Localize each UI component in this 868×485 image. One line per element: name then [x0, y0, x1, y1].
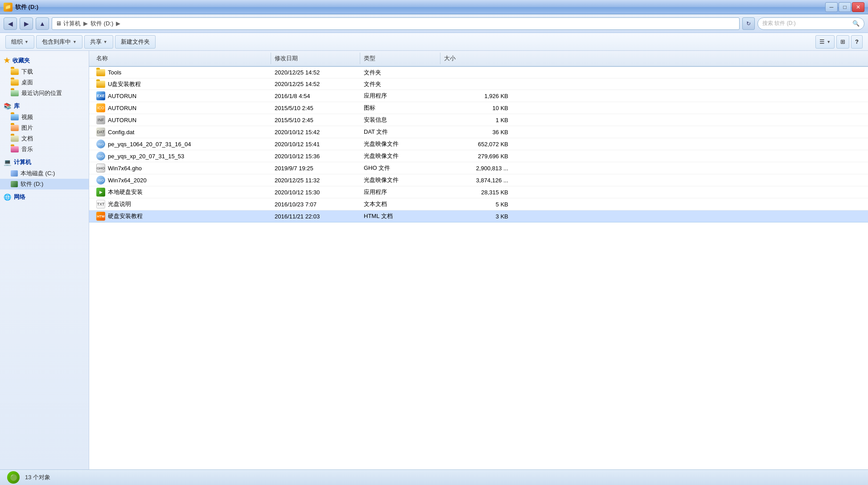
title-bar: 📁 软件 (D:) ─ □ ✕ [0, 0, 868, 14]
minimize-button[interactable]: ─ [825, 2, 838, 12]
back-button[interactable]: ◀ [4, 17, 17, 30]
file-size-cell: 28,315 KB [440, 188, 512, 197]
file-size: 28,315 KB [481, 189, 508, 196]
col-header-modified[interactable]: 修改日期 [271, 53, 360, 64]
organize-button[interactable]: 组织 ▼ [5, 35, 34, 49]
forward-button[interactable]: ▶ [20, 17, 33, 30]
file-type: 光盘映像文件 [364, 140, 399, 148]
file-modified-cell: 2016/1/8 4:54 [271, 91, 360, 101]
file-size: 652,072 KB [478, 141, 508, 148]
file-list-header: 名称 修改日期 类型 大小 [89, 51, 868, 67]
share-label: 共享 [90, 38, 102, 46]
table-row[interactable]: Tools 2020/12/25 14:52 文件夹 [89, 67, 868, 78]
file-size-cell: 36 KB [440, 127, 512, 137]
file-name-cell: ICO AUTORUN [93, 102, 271, 114]
sidebar-item-downloads[interactable]: 下载 [0, 66, 89, 77]
address-bar: ◀ ▶ ▲ 🖥 计算机 ▶ 软件 (D:) ▶ ↻ 搜索 软件 (D:) 🔍 [0, 14, 868, 33]
sidebar-item-drive-d[interactable]: 软件 (D:) [0, 179, 89, 189]
iso-icon: ISO [96, 140, 105, 148]
view-options-button[interactable]: ☰ ▼ [815, 35, 835, 49]
table-row[interactable]: TXT 光盘说明 2016/10/23 7:07 文本文档 5 KB [89, 198, 868, 210]
txt-icon: TXT [96, 200, 105, 209]
file-size-cell: 652,072 KB [440, 140, 512, 149]
sidebar-library-header[interactable]: 📚 库 [0, 100, 89, 112]
file-size: 2,900,813 ... [476, 165, 508, 172]
file-type-cell: 应用程序 [360, 187, 440, 197]
file-type: 应用程序 [364, 92, 387, 100]
document-folder-icon [11, 136, 19, 142]
table-row[interactable]: GHO Win7x64.gho 2019/9/7 19:25 GHO 文件 2,… [89, 162, 868, 174]
recent-label: 最近访问的位置 [21, 89, 62, 97]
close-button[interactable]: ✕ [852, 2, 864, 12]
share-dropdown-arrow: ▼ [103, 40, 107, 44]
search-placeholder: 搜索 软件 (D:) [762, 20, 796, 27]
view-dropdown-arrow: ▼ [827, 40, 831, 44]
path-part-computer[interactable]: 计算机 [63, 20, 81, 28]
search-box[interactable]: 搜索 软件 (D:) 🔍 [757, 17, 864, 30]
sidebar-item-documents[interactable]: 文档 [0, 133, 89, 144]
table-row[interactable]: HTM 硬盘安装教程 2016/11/21 22:03 HTML 文档 3 KB [89, 210, 868, 222]
library-dropdown-arrow: ▼ [73, 40, 77, 44]
file-type: 文件夹 [364, 69, 381, 77]
sidebar-network-header[interactable]: 🌐 网络 [0, 191, 89, 203]
sidebar-item-recent[interactable]: 最近访问的位置 [0, 88, 89, 99]
table-row[interactable]: EXE AUTORUN 2016/1/8 4:54 应用程序 1,926 KB [89, 90, 868, 102]
table-row[interactable]: ISO pe_yqs_1064_20_07_31_16_04 2020/10/1… [89, 138, 868, 150]
col-header-type[interactable]: 类型 [360, 53, 440, 64]
include-library-button[interactable]: 包含到库中 ▼ [36, 35, 82, 49]
sidebar-favorites-header[interactable]: ★ 收藏夹 [0, 54, 89, 66]
title-bar-left: 📁 软件 (D:) [4, 3, 38, 12]
path-part-drive[interactable]: 软件 (D:) [91, 20, 113, 28]
iso-icon: ISO [96, 176, 105, 185]
table-row[interactable]: DAT Config.dat 2020/10/12 15:42 DAT 文件 3… [89, 126, 868, 138]
sidebar-item-video[interactable]: 视频 [0, 112, 89, 123]
network-icon: 🌐 [4, 193, 11, 201]
table-row[interactable]: U盘安装教程 2020/12/25 14:52 文件夹 [89, 78, 868, 90]
file-name: pe_yqs_1064_20_07_31_16_04 [108, 141, 191, 148]
file-modified: 2020/10/12 15:36 [275, 153, 320, 160]
help-button[interactable]: ? [851, 35, 863, 49]
file-name-cell: ISO pe_yqs_xp_20_07_31_15_53 [93, 150, 271, 162]
video-label: 视频 [21, 113, 33, 121]
sidebar-item-music[interactable]: 音乐 [0, 144, 89, 155]
up-button[interactable]: ▲ [36, 17, 49, 30]
refresh-button[interactable]: ↻ [742, 17, 755, 30]
address-path[interactable]: 🖥 计算机 ▶ 软件 (D:) ▶ [52, 17, 740, 30]
file-type-cell: DAT 文件 [360, 127, 440, 137]
table-row[interactable]: ISO Win7x64_2020 2020/12/25 11:32 光盘映像文件… [89, 174, 868, 186]
sidebar-computer-header[interactable]: 💻 计算机 [0, 156, 89, 168]
gho-icon: GHO [96, 164, 105, 173]
file-name-cell: EXE AUTORUN [93, 90, 271, 102]
sidebar-item-desktop[interactable]: 桌面 [0, 77, 89, 88]
path-separator-1: ▶ [83, 20, 88, 27]
table-row[interactable]: ▶ 本地硬盘安装 2020/10/12 15:30 应用程序 28,315 KB [89, 186, 868, 198]
sidebar-section-network: 🌐 网络 [0, 191, 89, 203]
maximize-button[interactable]: □ [839, 2, 851, 12]
file-modified-cell: 2020/12/25 14:52 [271, 79, 360, 89]
table-row[interactable]: INF AUTORUN 2015/5/10 2:45 安装信息 1 KB [89, 114, 868, 126]
file-type-cell: HTML 文档 [360, 211, 440, 222]
file-type: 图标 [364, 104, 375, 112]
table-row[interactable]: ISO pe_yqs_xp_20_07_31_15_53 2020/10/12 … [89, 150, 868, 162]
file-name-cell: ▶ 本地硬盘安装 [93, 186, 271, 198]
col-header-name[interactable]: 名称 [93, 53, 271, 64]
new-folder-button[interactable]: 新建文件夹 [115, 35, 156, 49]
file-name-cell: DAT Config.dat [93, 126, 271, 138]
col-header-size[interactable]: 大小 [440, 53, 512, 64]
file-type: 文件夹 [364, 80, 381, 88]
file-type: 安装信息 [364, 116, 387, 124]
sidebar-item-pictures[interactable]: 图片 [0, 123, 89, 133]
drive-d-label: 软件 (D:) [21, 180, 43, 188]
sidebar-item-drive-c[interactable]: 本地磁盘 (C:) [0, 168, 89, 179]
view-toggle-button[interactable]: ⊞ [836, 35, 849, 49]
file-size-cell [440, 83, 512, 86]
file-modified: 2016/11/21 22:03 [275, 213, 320, 220]
computer-label: 计算机 [14, 158, 31, 166]
file-name: 光盘说明 [108, 200, 131, 208]
file-rows-container: Tools 2020/12/25 14:52 文件夹 U盘安装教程 2020/1… [89, 67, 868, 222]
file-type: 文本文档 [364, 200, 387, 208]
window-title: 软件 (D:) [15, 3, 38, 11]
share-button[interactable]: 共享 ▼ [84, 35, 113, 49]
table-row[interactable]: ICO AUTORUN 2015/5/10 2:45 图标 10 KB [89, 102, 868, 114]
file-name: Win7x64.gho [108, 165, 142, 172]
